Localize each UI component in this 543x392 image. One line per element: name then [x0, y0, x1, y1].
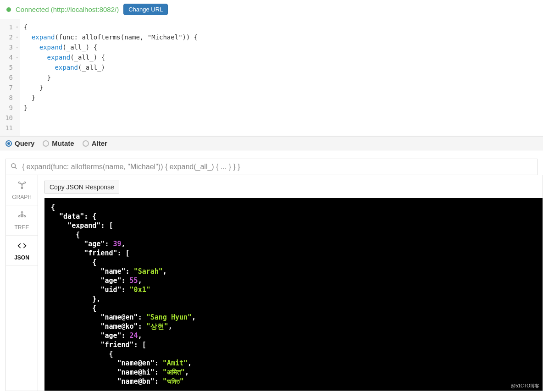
action-type-bar: QueryMutateAlter	[0, 136, 543, 150]
json-line: "name@en": "Amit",	[51, 359, 536, 368]
json-line: {	[51, 258, 536, 267]
radio-icon	[43, 140, 49, 147]
code-line[interactable]	[24, 113, 539, 123]
code-line[interactable]: expand(func: allofterms(name, "Michael")…	[24, 32, 539, 42]
connection-url: http://localhost:8082/	[53, 6, 116, 13]
code-line[interactable]: }	[24, 72, 539, 83]
query-editor[interactable]: 1234567891011 { expand(func: allofterms(…	[0, 19, 543, 136]
json-line: "friend": [	[51, 248, 536, 258]
json-line: "age": 39,	[51, 239, 536, 248]
svg-point-10	[18, 215, 20, 217]
json-line: {	[51, 203, 536, 212]
editor-gutter: 1234567891011	[0, 19, 20, 136]
json-line: {	[51, 349, 536, 359]
change-url-button[interactable]: Change URL	[123, 4, 168, 15]
json-response-view[interactable]: { "data": { "expand": [ { "age": 39, "fr…	[44, 198, 543, 391]
svg-point-12	[24, 215, 25, 217]
svg-point-11	[21, 215, 22, 217]
query-summary-strip: { expand(func: allofterms(name, "Michael…	[6, 159, 537, 175]
line-number: 9	[0, 103, 17, 113]
code-line[interactable]	[24, 123, 539, 133]
line-number: 7	[0, 83, 17, 93]
json-line: "expand": [	[51, 221, 536, 230]
json-line: },	[51, 294, 536, 304]
watermark-text: @51CTO博客	[511, 383, 539, 389]
results-body: Copy JSON Response { "data": { "expand":…	[38, 175, 543, 391]
svg-line-7	[22, 183, 24, 184]
radio-icon	[6, 140, 12, 147]
connection-bar: Connected (http://localhost:8082/) Chang…	[0, 0, 543, 19]
json-line: "friend": [	[51, 340, 536, 349]
radio-label: Query	[15, 139, 34, 147]
svg-point-4	[21, 187, 22, 188]
json-line: "uid": "0x1"	[51, 285, 536, 294]
tree-icon	[8, 211, 36, 222]
editor-content[interactable]: { expand(func: allofterms(name, "Michael…	[20, 19, 543, 136]
status-dot-icon	[6, 7, 11, 12]
line-number: 4	[0, 52, 17, 62]
connection-status-label: Connected	[16, 6, 49, 13]
code-line[interactable]: expand(_all_) {	[24, 42, 539, 52]
action-radio-alter[interactable]: Alter	[83, 139, 107, 147]
line-number: 6	[0, 72, 17, 83]
copy-json-button[interactable]: Copy JSON Response	[44, 181, 119, 193]
svg-point-9	[21, 212, 22, 213]
json-line: "name": "Sarah",	[51, 267, 536, 276]
result-tab-tree[interactable]: TREE	[6, 205, 38, 236]
json-line: {	[51, 230, 536, 239]
svg-line-1	[15, 167, 17, 169]
result-tab-graph[interactable]: GRAPH	[6, 175, 38, 205]
search-icon	[11, 163, 17, 171]
action-radio-mutate[interactable]: Mutate	[43, 139, 74, 147]
radio-label: Mutate	[52, 139, 74, 147]
json-line: "name@ko": "상현",	[51, 322, 536, 331]
result-view-tabs: GRAPHTREEJSON	[6, 175, 38, 391]
svg-point-0	[11, 164, 16, 168]
connection-status-text: Connected (http://localhost:8082/)	[16, 6, 119, 13]
line-number: 8	[0, 93, 17, 103]
code-icon	[8, 241, 36, 253]
json-line: "age": 24,	[51, 331, 536, 340]
svg-point-2	[18, 182, 20, 183]
line-number: 10	[0, 113, 17, 123]
radio-icon	[83, 140, 89, 147]
line-number: 5	[0, 62, 17, 72]
result-tab-json[interactable]: JSON	[6, 236, 38, 266]
json-line: {	[51, 304, 536, 313]
code-line[interactable]: }	[24, 103, 539, 113]
result-tab-label: GRAPH	[12, 194, 32, 200]
json-line: "data": {	[51, 212, 536, 221]
radio-label: Alter	[92, 139, 107, 147]
code-line[interactable]: expand(_all_) {	[24, 52, 539, 62]
json-line: "name@bn": "অমিত"	[51, 377, 536, 386]
line-number: 1	[0, 22, 17, 32]
action-radio-query[interactable]: Query	[6, 139, 34, 147]
line-number: 3	[0, 42, 17, 52]
code-line[interactable]: {	[24, 22, 539, 32]
code-line[interactable]: expand(_all_)	[24, 62, 539, 72]
json-line: "name@en": "Sang Hyun",	[51, 313, 536, 322]
result-tab-label: TREE	[14, 224, 29, 231]
svg-line-6	[20, 183, 21, 184]
result-tab-label: JSON	[14, 254, 29, 261]
graph-icon	[8, 181, 36, 192]
code-line[interactable]: }	[24, 83, 539, 93]
results-panel: GRAPHTREEJSON Copy JSON Response { "data…	[6, 175, 543, 391]
line-number: 2	[0, 32, 17, 42]
code-line[interactable]: }	[24, 93, 539, 103]
svg-point-3	[24, 182, 25, 183]
json-line: "name@hi": "अमित",	[51, 368, 536, 377]
json-line: "age": 55,	[51, 276, 536, 285]
line-number: 11	[0, 123, 17, 133]
query-summary-text: { expand(func: allofterms(name, "Michael…	[22, 163, 240, 171]
